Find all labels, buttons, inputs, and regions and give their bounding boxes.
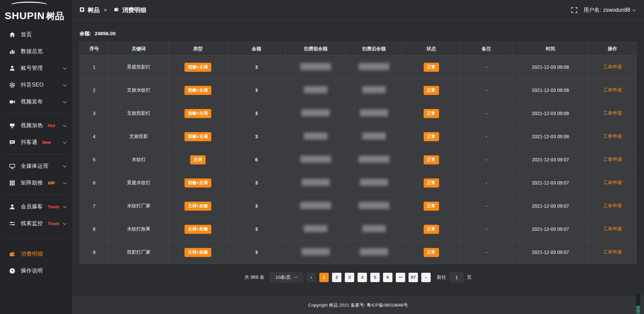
next-page-button[interactable]: › — [421, 273, 431, 282]
cell-action: 工单申请 — [589, 218, 637, 241]
cell-status: 正常 — [402, 171, 461, 195]
cell-status: 正常 — [402, 56, 461, 79]
tools-tag: Tools — [48, 204, 59, 209]
sidebar-item-label: 账号管理 — [21, 65, 43, 72]
chevron-down-icon — [63, 204, 67, 209]
work-order-link[interactable]: 工单申请 — [603, 87, 622, 93]
sidebar-item-douketong[interactable]: 抖客通 New — [0, 134, 72, 151]
username-value: zswodun88 — [603, 7, 630, 13]
sidebar-item-data-overview[interactable]: 数据总览 — [0, 43, 72, 60]
work-order-link[interactable]: 工单申请 — [603, 203, 622, 208]
col-remark: 备注 — [461, 42, 512, 56]
page-button-6[interactable]: 6 — [383, 273, 392, 282]
work-order-link[interactable]: 工单申请 — [603, 249, 622, 255]
cell-index: 8 — [80, 218, 109, 241]
cell-time: 2021-12-03 09:07 — [512, 148, 588, 171]
page-size-select[interactable]: 10条/页 — [270, 272, 303, 282]
sidebar-item-label: 会员爆客 — [21, 203, 43, 210]
pagination: 共 969 条 10条/页 ‹ 1 2 3 4 5 6 ••• 97 › 前往 … — [79, 272, 637, 282]
cell-type: 前缀+主词 — [169, 102, 227, 125]
sidebar-item-media-operation[interactable]: 全媒体运营 — [0, 158, 72, 174]
main-area: 树品 > 消费明细 用户名: zswodun88 余额: — [72, 0, 644, 314]
type-badge: 前缀+主词 — [184, 86, 211, 95]
sidebar-item-clue-monitor[interactable]: 线索监控 Tools — [0, 215, 72, 232]
work-order-link[interactable]: 工单申请 — [603, 157, 622, 162]
logo-arc — [9, 2, 49, 9]
table-row: 6 景观水纹灯 前缀+主词 3 正常 - 2021-12-03 09:07 工单… — [80, 171, 637, 195]
col-status: 状态 — [402, 42, 461, 56]
sidebar-item-label: 消费明细 — [21, 251, 43, 258]
scrollbar-artifact[interactable] — [635, 293, 641, 314]
table-row: 1 景观投影灯 前缀+主词 3 正常 - 2021-12-03 09:08 工单… — [80, 56, 637, 79]
redacted-value — [360, 179, 388, 186]
work-order-link[interactable]: 工单申请 — [603, 226, 622, 231]
page-button-2[interactable]: 2 — [332, 273, 341, 282]
cell-type: 主词+后缀 — [169, 241, 227, 264]
cell-amount: 3 — [227, 125, 285, 148]
cell-keyword: 文旅投影 — [109, 125, 169, 148]
cell-amount: 3 — [227, 79, 285, 102]
chevron-down-icon — [63, 221, 67, 226]
col-keyword: 关键词 — [109, 42, 169, 56]
ellipsis-button[interactable]: ••• — [396, 273, 405, 282]
goto-page-input[interactable] — [449, 272, 464, 282]
cell-index: 3 — [80, 102, 109, 125]
page-button-3[interactable]: 3 — [345, 273, 354, 282]
cell-balance-after — [346, 148, 402, 171]
status-badge: 正常 — [424, 202, 439, 211]
cell-keyword: 投影灯厂家 — [109, 241, 169, 264]
page-button-4[interactable]: 4 — [358, 273, 367, 282]
cell-status: 正常 — [402, 79, 461, 102]
redacted-value — [304, 86, 327, 93]
redacted-value — [360, 109, 388, 116]
redacted-value — [360, 248, 388, 255]
cell-balance-after — [346, 125, 402, 148]
sidebar-item-label: 视频发布 — [21, 98, 43, 105]
cell-action: 工单申请 — [589, 79, 637, 102]
page-button-5[interactable]: 5 — [370, 273, 380, 282]
col-amount: 金额 — [227, 42, 285, 56]
cell-remark: - — [461, 56, 512, 79]
fullscreen-icon[interactable] — [571, 7, 578, 13]
chevron-down-icon — [63, 123, 67, 128]
sidebar-item-account[interactable]: 账号管理 — [0, 60, 72, 76]
sidebar-item-member-burst[interactable]: 会员爆客 Tools — [0, 198, 72, 215]
sidebar-item-expense-detail[interactable]: 消费明细 — [0, 246, 72, 262]
type-badge: 前缀+主词 — [184, 132, 211, 141]
cell-index: 4 — [80, 125, 109, 148]
sidebar: SHUPIN 树品 首页 数据总览 账号管理 — [0, 0, 72, 314]
work-order-link[interactable]: 工单申请 — [603, 180, 622, 185]
page-button-97[interactable]: 97 — [409, 273, 418, 282]
cell-keyword: 水纹灯效果 — [109, 218, 169, 241]
page-button-1[interactable]: 1 — [319, 273, 329, 282]
user-menu[interactable]: 用户名: zswodun88 — [584, 7, 636, 14]
cell-amount: 3 — [227, 195, 285, 218]
col-action: 操作 — [589, 42, 637, 56]
prev-page-button[interactable]: ‹ — [307, 273, 316, 282]
breadcrumb-root[interactable]: 树品 — [88, 6, 100, 14]
sidebar-item-label: 矩阵助推 — [21, 179, 43, 187]
sidebar-item-home[interactable]: 首页 — [0, 26, 72, 43]
sidebar-item-douyin-seo[interactable]: 抖音SEO — [0, 76, 72, 93]
work-order-link[interactable]: 工单申请 — [603, 134, 622, 139]
monitor-icon — [9, 163, 15, 169]
cell-time: 2021-12-03 09:08 — [512, 125, 588, 148]
redacted-value — [359, 63, 389, 70]
cell-remark: - — [461, 148, 512, 171]
redacted-value — [362, 86, 386, 93]
cell-amount: 6 — [227, 148, 285, 171]
sidebar-item-matrix-boost[interactable]: 矩阵助推 VIP — [0, 174, 72, 191]
work-order-link[interactable]: 工单申请 — [603, 64, 622, 69]
sidebar-item-help[interactable]: ? 操作说明 — [0, 262, 72, 279]
table-row: 2 文旅水纹灯 前缀+主词 3 正常 - 2021-12-03 09:08 工单… — [80, 79, 637, 102]
sidebar-item-video-heat[interactable]: 视频加热 Hot — [0, 117, 72, 134]
copyright-text: Copyright 树品 2021 备案号: 粤ICP备09019646号 — [308, 302, 408, 308]
chevron-down-icon — [63, 65, 67, 71]
col-type: 类型 — [169, 42, 227, 56]
breadcrumb-current: 消费明细 — [122, 6, 146, 14]
logo-text-cn: 树品 — [46, 12, 64, 21]
work-order-link[interactable]: 工单申请 — [603, 110, 622, 116]
sidebar-item-video-publish[interactable]: 视频发布 — [0, 93, 72, 110]
brand-logo: SHUPIN 树品 — [0, 0, 72, 21]
sidebar-divider — [5, 154, 67, 154]
